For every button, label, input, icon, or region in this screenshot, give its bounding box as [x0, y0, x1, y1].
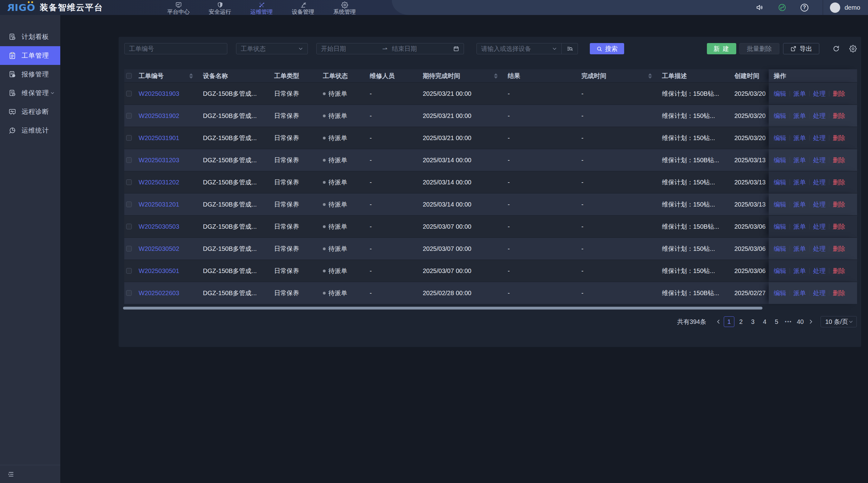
action-link-2[interactable]: 派单 [794, 200, 806, 209]
action-link-4[interactable]: 删除 [833, 178, 845, 187]
work-order-link[interactable]: W2025031902 [138, 112, 179, 120]
action-link-2[interactable]: 派单 [794, 156, 806, 164]
action-link-2[interactable]: 派单 [794, 134, 806, 142]
action-link-4[interactable]: 删除 [833, 112, 845, 120]
action-link-3[interactable]: 处理 [813, 156, 826, 164]
action-link-3[interactable]: 处理 [813, 267, 826, 275]
date-range-picker[interactable]: 开始日期 ⇀ 结束日期 [316, 43, 464, 54]
collapse-sidebar-icon[interactable] [7, 471, 14, 478]
work-order-link[interactable]: W2025030501 [138, 267, 179, 275]
row-checkbox[interactable] [126, 135, 132, 141]
action-link-1[interactable]: 编辑 [774, 156, 786, 164]
action-link-4[interactable]: 删除 [833, 200, 845, 209]
work-order-link[interactable]: W2025031202 [138, 179, 179, 186]
action-link-3[interactable]: 处理 [813, 112, 826, 120]
connection-link-icon[interactable] [778, 3, 786, 11]
export-button[interactable]: 导出 [783, 43, 819, 54]
work-order-link[interactable]: W2025030503 [138, 223, 179, 230]
nav-item-2[interactable]: 安全运行 [199, 0, 241, 15]
refresh-icon[interactable] [832, 45, 840, 53]
page-number-1[interactable]: 1 [724, 316, 734, 327]
page-number-3[interactable]: 3 [747, 316, 758, 327]
action-link-3[interactable]: 处理 [813, 245, 826, 253]
action-link-2[interactable]: 派单 [794, 90, 806, 98]
work-order-link[interactable]: W2025030502 [138, 245, 179, 252]
order-no-input[interactable] [124, 43, 227, 54]
sidebar-item-2[interactable]: 工单管理 [0, 46, 60, 65]
action-link-4[interactable]: 删除 [833, 134, 845, 142]
volume-icon[interactable] [755, 3, 764, 11]
page-number-40[interactable]: 40 [795, 316, 806, 327]
sort-icon[interactable] [189, 73, 193, 78]
action-link-4[interactable]: 删除 [833, 289, 845, 297]
row-checkbox[interactable] [126, 268, 132, 273]
sidebar-item-4[interactable]: 维保管理 [0, 84, 60, 102]
action-link-2[interactable]: 派单 [794, 112, 806, 120]
action-link-1[interactable]: 编辑 [774, 178, 786, 187]
next-page-icon[interactable] [808, 319, 814, 324]
sort-icon[interactable] [648, 73, 652, 78]
search-button[interactable]: 搜索 [590, 43, 624, 54]
page-number-4[interactable]: 4 [760, 316, 770, 327]
device-select[interactable]: 请输入或选择设备 [476, 43, 562, 54]
row-checkbox[interactable] [126, 157, 132, 163]
action-link-1[interactable]: 编辑 [774, 222, 786, 231]
action-link-1[interactable]: 编辑 [774, 267, 786, 275]
sidebar-item-5[interactable]: 远程诊断 [0, 102, 60, 121]
action-link-4[interactable]: 删除 [833, 245, 845, 253]
row-checkbox[interactable] [126, 290, 132, 296]
sort-icon[interactable] [494, 73, 498, 78]
action-link-2[interactable]: 派单 [794, 245, 806, 253]
nav-item-5[interactable]: 系统管理 [324, 0, 365, 15]
action-link-1[interactable]: 编辑 [774, 289, 786, 297]
work-order-link[interactable]: W2025031201 [138, 201, 179, 208]
select-all-checkbox[interactable] [126, 73, 132, 78]
action-link-4[interactable]: 删除 [833, 222, 845, 231]
action-link-2[interactable]: 派单 [794, 267, 806, 275]
page-number-5[interactable]: 5 [771, 316, 782, 327]
action-link-3[interactable]: 处理 [813, 289, 826, 297]
action-link-1[interactable]: 编辑 [774, 245, 786, 253]
row-checkbox[interactable] [126, 224, 132, 229]
work-order-link[interactable]: W2025031203 [138, 157, 179, 164]
device-list-search-button[interactable] [562, 43, 578, 54]
batch-delete-button[interactable]: 批量删除 [739, 43, 779, 54]
action-link-4[interactable]: 删除 [833, 156, 845, 164]
row-checkbox[interactable] [126, 180, 132, 185]
action-link-3[interactable]: 处理 [813, 134, 826, 142]
action-link-2[interactable]: 派单 [794, 222, 806, 231]
action-link-1[interactable]: 编辑 [774, 112, 786, 120]
sidebar-item-1[interactable]: 计划看板 [0, 28, 60, 46]
user-avatar[interactable] [830, 2, 840, 13]
action-link-1[interactable]: 编辑 [774, 134, 786, 142]
row-checkbox[interactable] [126, 201, 132, 207]
row-checkbox[interactable] [126, 246, 132, 252]
nav-item-4[interactable]: 设备管理 [282, 0, 324, 15]
row-checkbox[interactable] [126, 113, 132, 119]
page-size-select[interactable]: 10 条/页 [820, 316, 857, 327]
order-status-select[interactable]: 工单状态 [236, 43, 308, 54]
work-order-link[interactable]: W2025022603 [138, 290, 179, 297]
username[interactable]: demo [845, 4, 860, 11]
action-link-2[interactable]: 派单 [794, 289, 806, 297]
help-icon[interactable]: ? [801, 4, 808, 11]
table-settings-gear-icon[interactable] [849, 45, 857, 53]
work-order-link[interactable]: W2025031903 [138, 90, 179, 97]
action-link-4[interactable]: 删除 [833, 267, 845, 275]
action-link-3[interactable]: 处理 [813, 222, 826, 231]
create-button[interactable]: 新 建 [707, 43, 736, 54]
action-link-3[interactable]: 处理 [813, 90, 826, 98]
nav-item-1[interactable]: 平台中心 [158, 0, 199, 15]
sidebar-item-3[interactable]: 报修管理 [0, 65, 60, 84]
action-link-1[interactable]: 编辑 [774, 200, 786, 209]
horizontal-scrollbar-thumb[interactable] [123, 307, 763, 310]
action-link-3[interactable]: 处理 [813, 200, 826, 209]
sidebar-item-6[interactable]: 运维统计 [0, 121, 60, 140]
page-number-2[interactable]: 2 [736, 316, 746, 327]
action-link-1[interactable]: 编辑 [774, 90, 786, 98]
nav-item-3[interactable]: 运维管理 [241, 0, 282, 15]
prev-page-icon[interactable] [716, 319, 721, 324]
action-link-2[interactable]: 派单 [794, 178, 806, 187]
action-link-4[interactable]: 删除 [833, 90, 845, 98]
row-checkbox[interactable] [126, 91, 132, 96]
